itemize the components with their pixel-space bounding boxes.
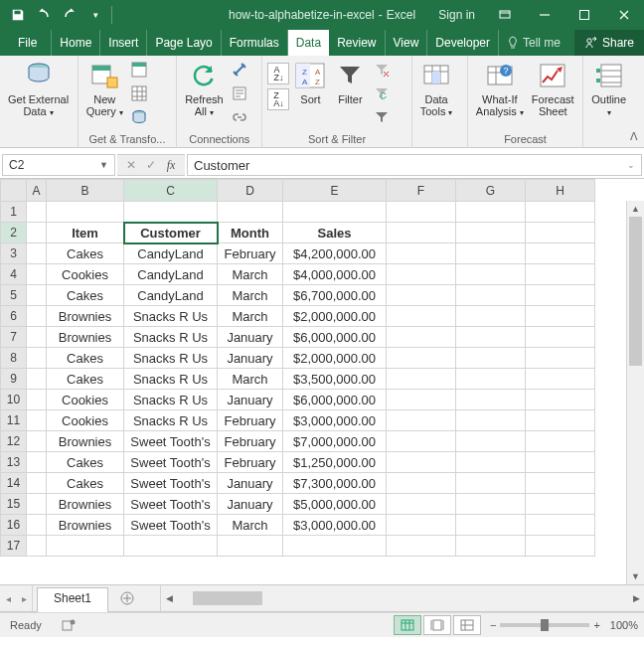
sort-az-icon[interactable]: AZ↓ [267, 63, 289, 84]
cell-H17[interactable] [526, 536, 595, 557]
cell-D9[interactable]: March [218, 369, 283, 390]
cell-H11[interactable] [526, 410, 595, 431]
column-header-A[interactable]: A [27, 180, 47, 202]
cell-D13[interactable]: February [218, 452, 283, 473]
cell-G13[interactable] [456, 452, 526, 473]
cancel-formula-icon[interactable]: ✕ [121, 158, 141, 172]
cell-F1[interactable] [387, 202, 456, 223]
row-header-12[interactable]: 12 [1, 431, 27, 452]
cell-A7[interactable] [27, 327, 47, 348]
cell-A13[interactable] [27, 452, 47, 473]
cell-E10[interactable]: $6,000,000.00 [283, 390, 387, 410]
cell-G4[interactable] [456, 264, 526, 285]
clear-filter-icon[interactable] [371, 59, 393, 81]
cell-A5[interactable] [27, 285, 47, 306]
row-header-1[interactable]: 1 [1, 202, 27, 223]
cell-H13[interactable] [526, 452, 595, 473]
get-external-data-button[interactable]: Get ExternalData ▾ [4, 58, 73, 120]
cell-H14[interactable] [526, 473, 595, 494]
cell-G8[interactable] [456, 348, 526, 369]
cell-F8[interactable] [387, 348, 456, 369]
cell-D14[interactable]: January [218, 473, 283, 494]
data-tools-button[interactable]: DataTools ▾ [416, 58, 457, 120]
cell-D15[interactable]: January [218, 494, 283, 515]
cell-A16[interactable] [27, 515, 47, 536]
row-header-9[interactable]: 9 [1, 369, 27, 390]
view-page-layout-icon[interactable] [423, 615, 451, 635]
cell-A6[interactable] [27, 306, 47, 327]
macro-record-icon[interactable] [62, 618, 76, 632]
cell-G11[interactable] [456, 410, 526, 431]
cell-F10[interactable] [387, 390, 456, 410]
row-header-5[interactable]: 5 [1, 285, 27, 306]
cell-B5[interactable]: Cakes [47, 285, 124, 306]
row-header-11[interactable]: 11 [1, 410, 27, 431]
sort-button[interactable]: ZAAZ Sort [290, 58, 330, 107]
cell-E3[interactable]: $4,200,000.00 [283, 243, 387, 264]
cell-A2[interactable] [27, 223, 47, 243]
ribbon-display-options-icon[interactable] [485, 0, 525, 30]
cell-G1[interactable] [456, 202, 526, 223]
cell-D6[interactable]: March [218, 306, 283, 327]
zoom-in-icon[interactable]: + [593, 619, 599, 631]
tab-insert[interactable]: Insert [100, 30, 147, 56]
connections-icon[interactable] [229, 59, 250, 81]
cell-B17[interactable] [47, 536, 124, 557]
from-table-icon[interactable] [128, 82, 150, 104]
cell-H1[interactable] [526, 202, 595, 223]
refresh-all-button[interactable]: RefreshAll ▾ [181, 58, 228, 120]
zoom-control[interactable]: − + 100% [490, 619, 638, 631]
cell-H15[interactable] [526, 494, 595, 515]
cell-H7[interactable] [526, 327, 595, 348]
cell-B15[interactable]: Brownies [47, 494, 124, 515]
cell-F9[interactable] [387, 369, 456, 390]
cell-F2[interactable] [387, 223, 456, 243]
cell-A12[interactable] [27, 431, 47, 452]
cell-B10[interactable]: Cookies [47, 390, 124, 410]
cell-A14[interactable] [27, 473, 47, 494]
edit-links-icon[interactable] [229, 106, 250, 128]
cell-C2[interactable]: Customer [124, 223, 218, 243]
cell-B7[interactable]: Brownies [47, 327, 124, 348]
cell-D12[interactable]: February [218, 431, 283, 452]
redo-icon[interactable] [58, 3, 81, 27]
cell-A11[interactable] [27, 410, 47, 431]
cell-F3[interactable] [387, 243, 456, 264]
tab-view[interactable]: View [386, 30, 428, 56]
cell-E6[interactable]: $2,000,000.00 [283, 306, 387, 327]
cell-E4[interactable]: $4,000,000.00 [283, 264, 387, 285]
cell-G9[interactable] [456, 369, 526, 390]
cell-B3[interactable]: Cakes [47, 243, 124, 264]
zoom-slider[interactable] [500, 623, 589, 627]
cell-F15[interactable] [387, 494, 456, 515]
cell-D2[interactable]: Month [218, 223, 283, 243]
minimize-icon[interactable] [525, 0, 564, 30]
row-header-17[interactable]: 17 [1, 536, 27, 557]
cell-D7[interactable]: January [218, 327, 283, 348]
cell-E13[interactable]: $1,250,000.00 [283, 452, 387, 473]
cell-E12[interactable]: $7,000,000.00 [283, 431, 387, 452]
cell-G6[interactable] [456, 306, 526, 327]
cell-F7[interactable] [387, 327, 456, 348]
cell-G16[interactable] [456, 515, 526, 536]
cell-H8[interactable] [526, 348, 595, 369]
cell-D8[interactable]: January [218, 348, 283, 369]
tab-page-layout[interactable]: Page Layo [147, 30, 221, 56]
spreadsheet[interactable]: ABCDEFGH12ItemCustomerMonthSales3CakesCa… [0, 179, 644, 585]
qat-customize-icon[interactable]: ▾ [83, 3, 107, 27]
cell-G14[interactable] [456, 473, 526, 494]
zoom-level[interactable]: 100% [610, 619, 638, 631]
cell-D1[interactable] [218, 202, 283, 223]
row-header-16[interactable]: 16 [1, 515, 27, 536]
tab-review[interactable]: Review [329, 30, 385, 56]
cell-B14[interactable]: Cakes [47, 473, 124, 494]
cell-G2[interactable] [456, 223, 526, 243]
cell-F5[interactable] [387, 285, 456, 306]
sheet-tab-sheet1[interactable]: Sheet1 [37, 587, 108, 611]
cell-F11[interactable] [387, 410, 456, 431]
horizontal-scrollbar[interactable]: ◀ ▶ [160, 585, 644, 611]
cell-E5[interactable]: $6,700,000.00 [283, 285, 387, 306]
cell-D11[interactable]: February [218, 410, 283, 431]
view-normal-icon[interactable] [394, 615, 421, 635]
recent-sources-icon[interactable] [128, 106, 150, 128]
